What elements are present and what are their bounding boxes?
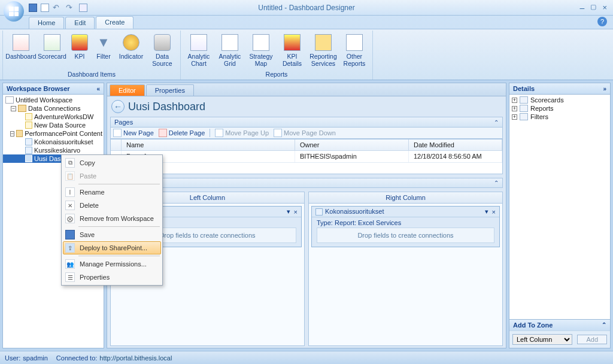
grid-row[interactable]: ▸ Page 1 BITHESIS\spadmin 12/18/2014 8:5… <box>111 151 502 163</box>
button-label: Move Page Up <box>225 129 269 136</box>
expand-toggle-icon[interactable]: + <box>512 98 517 103</box>
new-page-icon <box>113 129 122 137</box>
data-source-icon <box>154 34 171 51</box>
tree-pp-content[interactable]: −PerformancePoint Content <box>3 129 104 138</box>
properties-icon: ☰ <box>65 272 75 282</box>
ctx-rename[interactable]: IRename <box>63 186 161 199</box>
expand-toggle-icon[interactable]: + <box>512 106 517 111</box>
tree-label: New Data Source <box>34 122 86 129</box>
details-title: Details <box>513 85 535 92</box>
menu-label: Remove from Workspace <box>80 215 154 222</box>
tree-root[interactable]: Untitled Workspace <box>3 96 104 104</box>
tree-data-connections[interactable]: −Data Connections <box>3 104 104 113</box>
ribbon-analytic-chart[interactable]: Analytic Chart <box>183 31 214 70</box>
new-page-button[interactable]: New Page <box>113 129 154 137</box>
details-label: Filters <box>530 113 548 120</box>
ribbon-group-label-1: Dashboard Items <box>5 70 178 78</box>
collapse-section-icon[interactable]: ⌃ <box>602 321 606 329</box>
ribbon-kpi[interactable]: KPI <box>68 31 92 70</box>
status-connection-link[interactable]: http://portal.bithesis.local <box>99 354 172 362</box>
office-orb-button[interactable] <box>4 1 24 22</box>
ribbon-data-source[interactable]: Data Source <box>147 31 178 70</box>
collapse-toggle-icon[interactable]: − <box>11 106 16 111</box>
details-scorecards[interactable]: +Scorecards <box>511 96 609 104</box>
ctx-save[interactable]: Save <box>63 228 161 241</box>
tab-edit[interactable]: Edit <box>65 17 95 29</box>
tree-adventureworks[interactable]: AdventureWorksDW <box>3 113 104 121</box>
grid-col-name[interactable]: Name <box>122 139 295 150</box>
ctx-delete[interactable]: ✕Delete <box>63 199 161 212</box>
other-reports-icon <box>346 34 363 51</box>
move-page-down-button[interactable]: Move Page Down <box>274 129 336 137</box>
ribbon-indicator[interactable]: Indicator <box>116 31 147 70</box>
widget-title: Kokonaissuoritukset <box>325 208 384 215</box>
drop-zone[interactable]: Drop fields to create connections <box>317 228 494 243</box>
tab-home[interactable]: Home <box>29 17 64 29</box>
layout-section-header: ⌃ <box>110 178 503 188</box>
delete-page-button[interactable]: Delete Page <box>159 129 205 137</box>
grid-col-owner[interactable]: Owner <box>295 139 409 150</box>
ctx-deploy-to-sharepoint[interactable]: ⇪Deploy to SharePoint... <box>63 241 161 254</box>
move-page-up-button[interactable]: Move Page Up <box>215 129 269 137</box>
tree-new-data-source[interactable]: New Data Source <box>3 121 104 129</box>
tab-create[interactable]: Create <box>96 16 133 29</box>
right-zone-body[interactable]: Kokonaissuoritukset▾× Type: Report: Exce… <box>308 204 503 346</box>
folder-icon <box>16 130 23 137</box>
widget-close-icon[interactable]: × <box>492 208 496 216</box>
editor-tab-editor[interactable]: Editor <box>110 84 145 96</box>
ribbon-strategy-map[interactable]: Strategy Map <box>245 31 277 70</box>
tree-label: Kokonaissuoritukset <box>34 138 93 145</box>
zone-select[interactable]: Left Column <box>512 334 572 345</box>
grid-col-date[interactable]: Date Modified <box>409 139 502 150</box>
menu-label: Rename <box>80 189 105 196</box>
menu-separator <box>78 184 160 184</box>
ribbon-other-reports[interactable]: Other Reports <box>339 31 370 70</box>
ribbon-group-label-2: Reports <box>183 70 370 78</box>
ribbon-dashboard[interactable]: Dashboard <box>5 31 37 70</box>
ribbon-analytic-grid[interactable]: Analytic Grid <box>214 31 245 70</box>
data-source-icon <box>25 122 32 129</box>
add-button[interactable]: Add <box>577 335 607 344</box>
widget-right[interactable]: Kokonaissuoritukset▾× Type: Report: Exce… <box>311 206 500 247</box>
expand-toggle-icon[interactable]: + <box>512 114 517 120</box>
widget-close-icon[interactable]: × <box>294 208 298 216</box>
ctx-manage-permissions[interactable]: 👥Manage Permissions... <box>63 257 161 271</box>
pages-toolbar: New Page Delete Page Move Page Up Move P… <box>110 128 503 139</box>
details-label: Reports <box>530 105 554 112</box>
details-reports[interactable]: +Reports <box>511 104 609 113</box>
folder-icon <box>18 105 26 112</box>
filters-icon <box>520 113 528 120</box>
menu-separator <box>78 226 160 227</box>
ribbon-kpi-details[interactable]: KPI Details <box>277 31 308 70</box>
details-filters[interactable]: +Filters <box>511 113 609 121</box>
tree-label: PerformancePoint Content <box>25 130 102 137</box>
collapse-toggle-icon[interactable]: − <box>10 131 14 136</box>
widget-menu-icon[interactable]: ▾ <box>485 208 488 216</box>
ctx-copy[interactable]: ⧉Copy <box>63 156 161 169</box>
menu-label: Delete <box>80 202 99 209</box>
remove-icon: ⨂ <box>65 214 75 223</box>
widget-menu-icon[interactable]: ▾ <box>287 208 290 216</box>
tree-label: Kurssikeskiarvo <box>34 147 80 154</box>
context-menu: ⧉Copy 📋Paste IRename ✕Delete ⨂Remove fro… <box>61 154 163 286</box>
deploy-icon: ⇪ <box>65 243 75 253</box>
collapse-section-icon[interactable]: ⌃ <box>494 180 499 186</box>
ribbon-scorecard[interactable]: Scorecard <box>37 31 68 70</box>
expand-icon[interactable]: » <box>603 86 606 92</box>
details-panel: Details» +Scorecards +Reports +Filters A… <box>509 83 611 348</box>
ctx-remove-from-workspace[interactable]: ⨂Remove from Workspace <box>63 212 161 225</box>
ribbon-filter[interactable]: ▼Filter <box>92 31 116 70</box>
collapse-icon[interactable]: « <box>96 86 100 92</box>
back-button[interactable]: ← <box>111 100 125 113</box>
tree-kokonaissuoritukset[interactable]: Kokonaissuoritukset <box>3 138 104 146</box>
ribbon-reporting-services[interactable]: Reporting Services <box>308 31 339 70</box>
ribbon-group-reports: Analytic Chart Analytic Grid Strategy Ma… <box>181 31 373 80</box>
editor-tab-properties[interactable]: Properties <box>146 84 194 96</box>
tree-kurssikeskiarvo[interactable]: Kurssikeskiarvo <box>3 146 104 154</box>
cell-owner: BITHESIS\spadmin <box>295 151 409 162</box>
ctx-properties[interactable]: ☰Properties <box>63 271 161 284</box>
add-to-zone-label: Add To Zone <box>513 321 553 329</box>
pages-section-header: Pages⌃ <box>110 117 503 128</box>
help-icon[interactable]: ? <box>597 17 607 26</box>
collapse-section-icon[interactable]: ⌃ <box>494 119 499 126</box>
